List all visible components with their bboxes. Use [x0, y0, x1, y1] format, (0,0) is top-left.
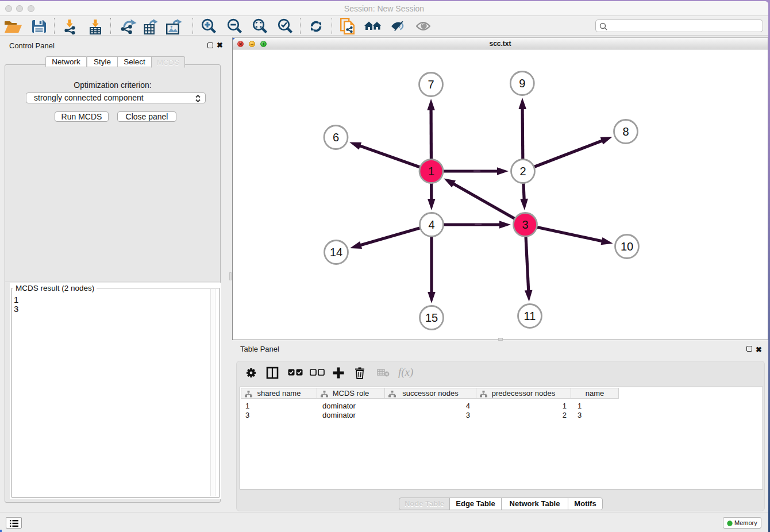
svg-text:7: 7 — [428, 78, 434, 91]
svg-text:4: 4 — [428, 218, 434, 231]
svg-text:6: 6 — [333, 131, 339, 144]
svg-text:14: 14 — [330, 246, 342, 259]
svg-text:9: 9 — [519, 77, 525, 90]
svg-text:15: 15 — [425, 311, 438, 324]
svg-text:10: 10 — [621, 240, 633, 253]
svg-text:8: 8 — [622, 125, 629, 138]
svg-text:2: 2 — [519, 165, 526, 178]
svg-text:1: 1 — [428, 165, 434, 178]
svg-text:3: 3 — [522, 218, 528, 231]
svg-text:11: 11 — [524, 310, 536, 322]
